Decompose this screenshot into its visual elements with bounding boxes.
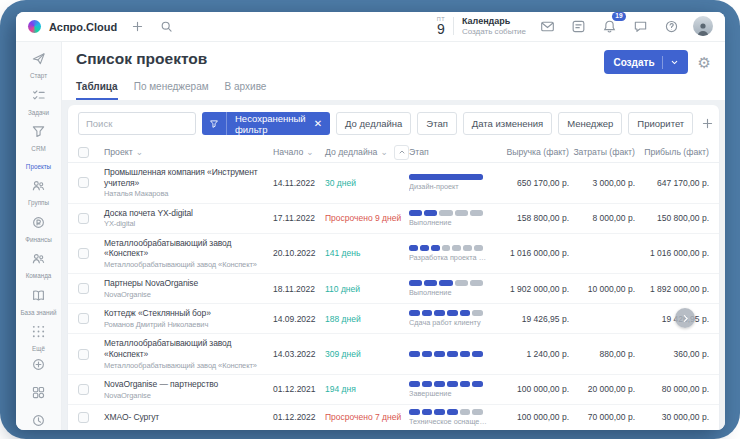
select-all-checkbox[interactable] bbox=[78, 147, 89, 158]
column-header-deadline[interactable]: До дедлайна⌄ bbox=[325, 145, 409, 160]
notifications-button[interactable]: 19 bbox=[600, 17, 619, 36]
stage-progress-bar bbox=[409, 351, 483, 357]
chat-button[interactable] bbox=[631, 17, 650, 36]
table-row[interactable]: Доска почета YX-digital YX-digital 17.11… bbox=[68, 204, 719, 234]
sidebar-item-старт[interactable]: Старт bbox=[16, 47, 61, 84]
project-name[interactable]: Доска почета YX-digital bbox=[104, 208, 273, 219]
sidebar-item-label: Финансы bbox=[25, 236, 51, 244]
stage-label: Выполнение bbox=[409, 288, 489, 297]
costs-value: 3 000,00 р. bbox=[569, 178, 635, 188]
quick-add-button[interactable] bbox=[129, 18, 146, 35]
table-row[interactable]: ХМАО- Сургут 01.12.2022 Просрочено 7 дне… bbox=[68, 405, 719, 430]
sidebar-item-задачи[interactable]: Задачи bbox=[16, 84, 61, 121]
sidebar-bottom-button[interactable] bbox=[31, 385, 46, 404]
revenue-value: 100 000,00 р. bbox=[495, 384, 569, 394]
column-header-stage[interactable]: Этап bbox=[409, 147, 495, 157]
help-button[interactable] bbox=[662, 17, 681, 36]
row-checkbox[interactable] bbox=[78, 213, 89, 224]
row-checkbox[interactable] bbox=[78, 177, 89, 188]
column-header-project[interactable]: Проект⌄ bbox=[104, 147, 273, 157]
revenue-value: 1 240,00 р. bbox=[495, 349, 569, 359]
table-row[interactable]: Коттедж «Стеклянный бор» Романов Дмитрий… bbox=[68, 304, 719, 334]
costs-value: 10 000,00 р. bbox=[569, 284, 635, 294]
filter-button-3[interactable]: Менеджер bbox=[558, 112, 622, 135]
active-filter-chip[interactable]: Несохраненный фильтр ✕ bbox=[202, 112, 330, 135]
row-checkbox[interactable] bbox=[78, 313, 89, 324]
project-client: NovaOrganise bbox=[104, 391, 273, 400]
start-date: 01.12.2022 bbox=[273, 412, 325, 422]
column-header-revenue[interactable]: Выручка (факт) bbox=[495, 147, 569, 157]
project-client: Металлообрабатывающий завод «Конспект» bbox=[104, 361, 273, 370]
row-checkbox[interactable] bbox=[78, 248, 89, 259]
row-checkbox[interactable] bbox=[78, 412, 89, 423]
search-input[interactable] bbox=[78, 112, 196, 135]
tab-2[interactable]: В архиве bbox=[225, 81, 267, 100]
stage-cell: Выполнение bbox=[409, 280, 495, 297]
stage-progress-bar bbox=[409, 310, 483, 316]
notes-button[interactable] bbox=[569, 17, 588, 36]
costs-value: 8 000,00 р. bbox=[569, 213, 635, 223]
project-name[interactable]: Металлообрабатывающий завод «Конспект» bbox=[104, 238, 273, 259]
sidebar-item-label: База знаний bbox=[20, 309, 56, 317]
plus-icon bbox=[701, 117, 714, 130]
create-button[interactable]: Создать bbox=[604, 50, 687, 74]
row-checkbox[interactable] bbox=[78, 349, 89, 360]
tab-0[interactable]: Таблица bbox=[76, 81, 118, 100]
sidebar-item-ещё[interactable]: Ещё bbox=[16, 320, 61, 357]
filter-button-0[interactable]: До дедлайна bbox=[336, 112, 411, 135]
sidebar-bottom-button[interactable] bbox=[31, 357, 46, 376]
stage-cell: Разработка проекта 1 в… bbox=[409, 245, 495, 262]
remove-filter-icon[interactable]: ✕ bbox=[312, 118, 330, 129]
table-row[interactable]: NovaOrganise — партнерство NovaOrganise … bbox=[68, 375, 719, 405]
table-row[interactable]: Партнеры NovaOrganise NovaOrganise 18.11… bbox=[68, 274, 719, 304]
sidebar-item-crm[interactable]: CRM bbox=[16, 120, 61, 157]
deadline-value: Просрочено 9 дней bbox=[325, 213, 409, 223]
stage-progress-bar bbox=[409, 245, 483, 251]
filter-button-2[interactable]: Дата изменения bbox=[463, 112, 552, 135]
user-avatar[interactable] bbox=[693, 16, 713, 36]
project-cell: ХМАО- Сургут bbox=[104, 412, 273, 423]
calendar-widget[interactable]: ПТ 9 Календарь Создать событие bbox=[437, 16, 526, 36]
divider bbox=[662, 56, 663, 69]
tab-1[interactable]: По менеджерам bbox=[134, 81, 209, 100]
table-row[interactable]: Металлообрабатывающий завод «Конспект» М… bbox=[68, 234, 719, 275]
sidebar-bottom-button[interactable] bbox=[31, 413, 46, 430]
filter-button-4[interactable]: Приоритет bbox=[628, 112, 693, 135]
table-row[interactable]: Промышленная компания «Инструмент учител… bbox=[68, 163, 719, 204]
sort-icon: ⌄ bbox=[380, 147, 387, 157]
column-header-costs[interactable]: Затраты (факт) bbox=[569, 147, 635, 157]
add-filter-button[interactable] bbox=[699, 115, 716, 132]
plus-icon bbox=[131, 20, 144, 33]
project-name[interactable]: Промышленная компания «Инструмент учител… bbox=[104, 167, 273, 188]
top-bar: Аспро.Cloud ПТ 9 Календарь bbox=[16, 12, 725, 42]
column-header-profit[interactable]: Прибыль (факт) bbox=[635, 147, 709, 157]
stage-label: Техническое оснащение bbox=[409, 417, 489, 426]
filter-button-1[interactable]: Этап bbox=[417, 112, 457, 135]
sidebar-item-база-знаний[interactable]: База знаний bbox=[16, 284, 61, 321]
project-name[interactable]: Металлообрабатывающий завод «Конспект» bbox=[104, 338, 273, 359]
stage-label: Дизайн-проект bbox=[409, 182, 489, 191]
sidebar-item-проекты[interactable]: Проекты bbox=[16, 157, 61, 175]
stage-label: Сдача работ клиенту bbox=[409, 318, 489, 327]
global-search-button[interactable] bbox=[158, 18, 175, 35]
project-name[interactable]: NovaOrganise — партнерство bbox=[104, 379, 273, 390]
knowledge-icon bbox=[31, 288, 46, 307]
sidebar-item-группы[interactable]: Группы bbox=[16, 174, 61, 211]
page-settings-icon[interactable]: ⚙ bbox=[698, 55, 711, 70]
calendar-create-event[interactable]: Создать событие bbox=[462, 27, 526, 37]
sidebar-item-label: Команда bbox=[26, 272, 52, 280]
row-checkbox[interactable] bbox=[78, 283, 89, 294]
project-name[interactable]: ХМАО- Сургут bbox=[104, 412, 273, 423]
mail-button[interactable] bbox=[538, 17, 557, 36]
scroll-right-button[interactable] bbox=[675, 308, 695, 328]
project-name[interactable]: Партнеры NovaOrganise bbox=[104, 278, 273, 289]
project-name[interactable]: Коттедж «Стеклянный бор» bbox=[104, 308, 273, 319]
sidebar-item-финансы[interactable]: Финансы bbox=[16, 211, 61, 248]
start-date: 14.11.2022 bbox=[273, 178, 325, 188]
table-row[interactable]: Металлообрабатывающий завод «Конспект» М… bbox=[68, 334, 719, 375]
project-client: Романов Дмитрий Николаевич bbox=[104, 320, 273, 329]
column-header-start[interactable]: Начало⌄ bbox=[273, 147, 325, 157]
collapse-column-button[interactable] bbox=[394, 145, 409, 160]
sidebar-item-команда[interactable]: Команда bbox=[16, 247, 61, 284]
row-checkbox[interactable] bbox=[78, 384, 89, 395]
